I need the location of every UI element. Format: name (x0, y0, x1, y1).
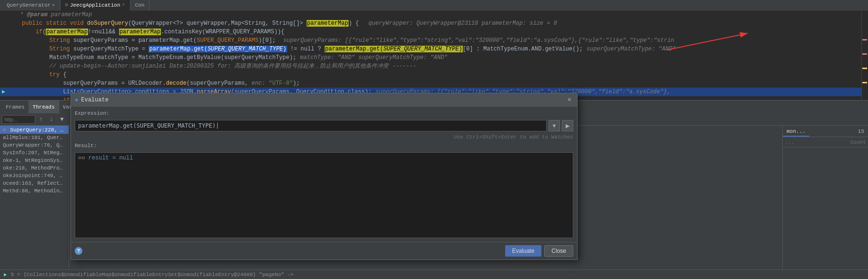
var-tab-count[interactable]: 15 (854, 126, 868, 137)
var-tab-mon[interactable]: mon... (783, 126, 809, 137)
dialog-title: ◈ Evaluate (75, 96, 109, 103)
thread-label: oke:218, MethodProxy (3, 165, 66, 171)
editor-scroll-gutter (861, 10, 868, 110)
result-area: ○○ result = null (75, 152, 573, 238)
thread-label: allMplus:181, QueryGe (3, 135, 69, 140)
up-arrow-btn[interactable]: ↑ (36, 115, 46, 124)
debug-info: superQueryMatchType: "AND" (587, 45, 676, 53)
thread-label: oceed:163, ReflectiveC (3, 180, 69, 186)
status-bar: ▶ 5 = {Collections$UnmodifiableMap$Unmod… (0, 269, 868, 279)
expression-input[interactable] (75, 120, 547, 131)
thread-label: oke-1, NtRegionSysV2 (3, 158, 66, 163)
code-content: superQueryParams = URLDecoder.decode(sup… (22, 79, 299, 88)
history-btn[interactable]: ▶ (562, 120, 573, 131)
code-line: * @param parameterMap (0, 10, 868, 19)
result-label: Result: (75, 143, 573, 149)
code-line: public static void doSuperQuery(QueryWra… (0, 19, 868, 28)
var-toolbar: ... Count (783, 137, 868, 148)
tab-label: Threads (33, 104, 55, 110)
debug-info: queryWrapper: QueryWrapper@23118 paramet… (369, 19, 557, 28)
code-content: if(parameterMap!=null&& parameterMap.con… (22, 28, 284, 36)
thread-label: SysInfo:207, NtRegic (3, 150, 66, 156)
filter-btn[interactable]: ▼ (57, 115, 67, 124)
debug-info: matchType: "AND" superQueryMatchType: "A… (300, 53, 448, 62)
thread-label: okeJoinpoint:749, Cglib (3, 173, 69, 179)
code-editor: * @param parameterMap public static void… (0, 10, 868, 100)
hint-text: Use Ctrl+Shift+Enter to add to Watches (75, 134, 573, 140)
expression-row: ▼ ▶ (75, 120, 573, 131)
tab-label: QueryGenerator (7, 0, 50, 10)
line-gutter: ▶ (2, 88, 22, 96)
count-header: ... (785, 140, 794, 145)
code-content: MatchTypeEnum matchType = MatchTypeEnum.… (22, 53, 296, 62)
tab-label: mon... (787, 129, 806, 134)
footer-left: ? (75, 247, 82, 255)
thread-label: QueryWrapper:76, Que (3, 142, 66, 148)
variables-side-panel: mon... 15 ... Count (782, 126, 868, 269)
tab-query-generator[interactable]: QueryGenerator ▶ (2, 0, 60, 10)
debug-info: superQueryParams: [{"rule":"like","type"… (283, 36, 674, 45)
dialog-title-label: Evaluate (81, 97, 109, 103)
close-button[interactable]: Close (544, 245, 573, 257)
dialog-body: Expression: ▼ ▶ Use Ctrl+Shift+Enter to … (71, 107, 577, 242)
code-line: MatchTypeEnum matchType = MatchTypeEnum.… (0, 53, 868, 62)
thread-search-input[interactable] (2, 115, 35, 124)
scroll-marker (862, 39, 867, 40)
thread-item[interactable]: Methd:88, Methodlnvo (0, 187, 69, 195)
thread-label: Methd:88, Methodlnvo (3, 188, 66, 194)
threads-list: ⊘ SuperQuery:228, Query allMplus:181, Qu… (0, 126, 69, 269)
code-content: try { (22, 70, 67, 79)
expand-btn[interactable]: ▼ (549, 120, 560, 131)
status-text: 5 = {Collections$UnmodifiableMap$Unmodif… (11, 272, 294, 278)
thread-item[interactable]: QueryWrapper:76, Que (0, 141, 69, 149)
code-line: if(parameterMap!=null&& parameterMap.con… (0, 28, 868, 36)
code-line: // update-begin--Author:sunjianlei Date:… (0, 62, 868, 70)
thread-label: SuperQuery:228, Query (10, 127, 69, 133)
tab-frames[interactable]: Frames (2, 100, 29, 114)
evaluate-dialog[interactable]: ◈ Evaluate × Expression: ▼ ▶ Use Ctrl+Sh… (70, 93, 578, 260)
thread-item[interactable]: SysInfo:207, NtRegic (0, 149, 69, 157)
dialog-close-button[interactable]: × (566, 96, 573, 104)
result-value: ○○ result = null (78, 155, 133, 161)
thread-item[interactable]: oke:218, MethodProxy (0, 164, 69, 172)
dialog-titlebar: ◈ Evaluate × (71, 93, 577, 107)
footer-buttons: Evaluate Close (505, 245, 573, 257)
tab-label: JeecgApplication (70, 0, 120, 10)
evaluate-button[interactable]: Evaluate (505, 245, 542, 257)
tab-label: 15 (858, 129, 864, 134)
dialog-footer: ? Evaluate Close (71, 242, 577, 259)
thread-item[interactable]: allMplus:181, QueryGe (0, 134, 69, 141)
tab-label: Con (135, 0, 145, 10)
var-tab-bar: mon... 15 (783, 126, 868, 137)
status-icon: ▶ (4, 271, 7, 278)
expression-label: Expression: (75, 110, 573, 116)
count-label: Count (850, 140, 866, 145)
code-content: * @param parameterMap (20, 10, 92, 19)
help-button[interactable]: ? (75, 247, 82, 255)
thread-icon: ⊘ (3, 127, 6, 133)
editor-tabs: QueryGenerator ▶ ⊘ JeecgApplication × Co… (0, 0, 868, 10)
thread-item[interactable]: oceed:163, ReflectiveC (0, 179, 69, 187)
code-line: String superQueryParams = parameterMap.g… (0, 36, 868, 45)
thread-item[interactable]: oke-1, NtRegionSysV2 (0, 157, 69, 164)
code-line: String superQueryMatchType = parameterMa… (0, 45, 868, 53)
scroll-marker (862, 82, 867, 83)
tab-threads[interactable]: Threads (29, 100, 59, 114)
code-line: superQueryParams = URLDecoder.decode(sup… (0, 79, 868, 88)
scroll-marker (862, 53, 867, 55)
scroll-marker (862, 68, 867, 69)
code-line: try { (0, 70, 868, 79)
tab-label: Frames (6, 104, 25, 110)
thread-item[interactable]: ⊘ SuperQuery:228, Query (0, 126, 69, 134)
tab-jeecg-application[interactable]: ⊘ JeecgApplication × (60, 0, 130, 10)
tab-close-icon[interactable]: × (122, 0, 125, 10)
thread-item[interactable]: okeJoinpoint:749, Cglib (0, 172, 69, 179)
tab-con[interactable]: Con (130, 0, 150, 10)
code-content: public static void doSuperQuery(QueryWra… (22, 19, 359, 28)
code-content: String superQueryParams = parameterMap.g… (22, 36, 276, 45)
code-content: String superQueryMatchType = parameterMa… (22, 45, 583, 53)
down-arrow-btn[interactable]: ↓ (47, 115, 56, 124)
code-content: // update-begin--Author:sunjianlei Date:… (22, 62, 416, 70)
